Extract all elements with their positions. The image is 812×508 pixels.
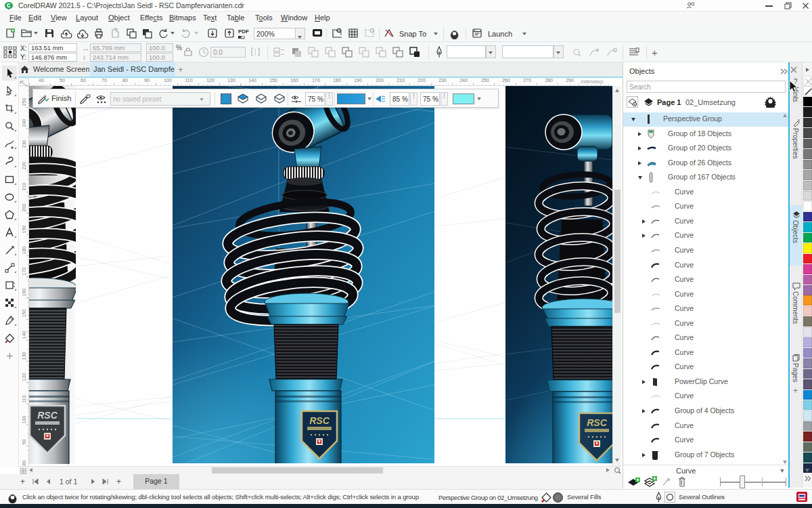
svg-text:RSC: RSC — [309, 415, 330, 426]
svg-text:RSC: RSC — [37, 410, 58, 421]
svg-text:RSC: RSC — [587, 417, 607, 428]
